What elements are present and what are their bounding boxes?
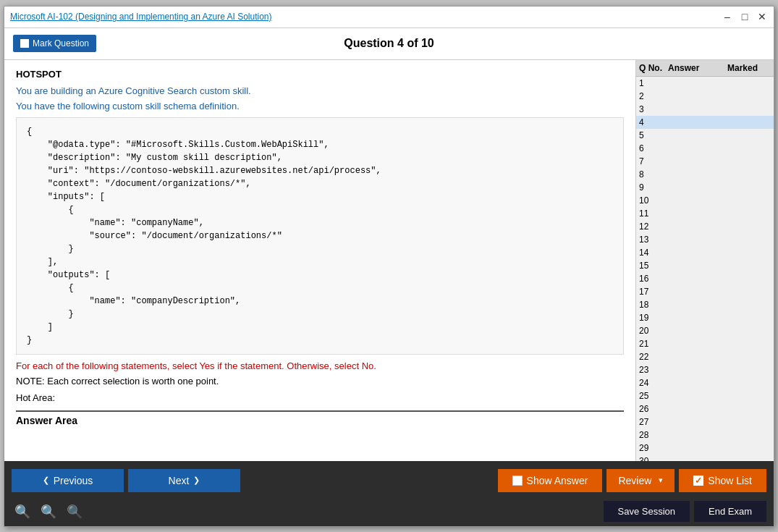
intro-text-1: You are building an Azure Cognitive Sear… <box>16 85 624 96</box>
review-button[interactable]: Review ▾ <box>606 469 675 492</box>
mark-question-button[interactable]: Mark Question <box>13 35 96 52</box>
sidebar-q-num: 21 <box>639 339 668 349</box>
main-area: HOTSPOT You are building an Azure Cognit… <box>4 60 774 461</box>
sidebar-row[interactable]: 18 <box>636 298 774 311</box>
question-title: Question 4 of 10 <box>344 37 434 50</box>
end-exam-button[interactable]: End Exam <box>694 501 766 522</box>
sidebar-row[interactable]: 19 <box>636 311 774 324</box>
sidebar-q-num: 19 <box>639 313 668 323</box>
next-arrow-icon <box>193 476 200 485</box>
save-session-button[interactable]: Save Session <box>604 501 690 522</box>
show-list-label: Show List <box>708 475 752 486</box>
sidebar-row[interactable]: 5 <box>636 129 774 142</box>
sidebar-q-num: 10 <box>639 195 668 206</box>
content-area: HOTSPOT You are building an Azure Cognit… <box>4 60 636 461</box>
sidebar-q-num: 14 <box>639 248 668 258</box>
window-controls: – □ ✕ <box>722 11 768 22</box>
sidebar-row[interactable]: 30 <box>636 455 774 461</box>
sidebar-q-num: 25 <box>639 391 668 401</box>
sidebar-row[interactable]: 8 <box>636 168 774 181</box>
sidebar-q-num: 5 <box>639 130 668 140</box>
sidebar-q-num: 8 <box>639 169 668 180</box>
sidebar-row[interactable]: 14 <box>636 246 774 259</box>
sidebar-row[interactable]: 21 <box>636 337 774 350</box>
show-answer-button[interactable]: Show Answer <box>498 469 603 492</box>
sidebar-row[interactable]: 23 <box>636 363 774 376</box>
sidebar-q-num: 1 <box>639 78 668 88</box>
sidebar-row[interactable]: 16 <box>636 272 774 285</box>
sidebar-row[interactable]: 2 <box>636 90 774 103</box>
review-label: Review <box>618 475 651 486</box>
restore-button[interactable]: □ <box>739 11 750 22</box>
zoom-out-button[interactable]: 🔍 <box>12 502 33 521</box>
sidebar-header: Q No. Answer Marked <box>636 60 774 77</box>
sidebar-row[interactable]: 4 <box>636 116 774 129</box>
sidebar-row[interactable]: 15 <box>636 259 774 272</box>
sidebar-row[interactable]: 11 <box>636 207 774 220</box>
sidebar-q-num: 2 <box>639 91 668 101</box>
previous-arrow-icon <box>43 476 49 485</box>
minimize-button[interactable]: – <box>722 11 733 22</box>
next-button[interactable]: Next <box>128 469 240 492</box>
sidebar-answer-header: Answer <box>668 63 727 73</box>
sidebar-row[interactable]: 7 <box>636 155 774 168</box>
sidebar-row[interactable]: 12 <box>636 220 774 233</box>
sidebar-q-num: 18 <box>639 300 668 310</box>
sidebar-row[interactable]: 29 <box>636 442 774 455</box>
sidebar-row[interactable]: 10 <box>636 194 774 207</box>
zoom-reset-button[interactable]: 🔍 <box>38 502 59 521</box>
sidebar-qno-header: Q No. <box>639 63 668 73</box>
sidebar-list[interactable]: 1 2 3 4 5 6 7 8 <box>636 77 774 461</box>
answer-area-label: Answer Area <box>16 410 624 426</box>
mark-question-label: Mark Question <box>33 38 89 48</box>
sidebar-row[interactable]: 9 <box>636 181 774 194</box>
show-answer-icon <box>512 476 523 486</box>
show-list-icon: ✓ <box>693 476 703 486</box>
instruction-text: For each of the following statements, se… <box>16 360 624 371</box>
mark-checkbox-icon <box>20 39 29 48</box>
sidebar-q-num: 11 <box>639 208 668 219</box>
close-button[interactable]: ✕ <box>756 11 768 22</box>
code-block: { "@odata.type": "#Microsoft.Skills.Cust… <box>16 117 624 355</box>
sidebar-q-num: 24 <box>639 378 668 388</box>
previous-button[interactable]: Previous <box>12 469 124 492</box>
sidebar-row[interactable]: 20 <box>636 324 774 337</box>
bottom-toolbar: Previous Next Show Answer Review ▾ ✓ Sho… <box>4 461 774 500</box>
sidebar-row[interactable]: 22 <box>636 350 774 363</box>
sidebar-q-num: 13 <box>639 235 668 245</box>
previous-label: Previous <box>54 475 93 486</box>
sidebar-row[interactable]: 17 <box>636 285 774 298</box>
sidebar-q-num: 16 <box>639 274 668 284</box>
show-list-button[interactable]: ✓ Show List <box>679 469 766 492</box>
hot-area-label: Hot Area: <box>16 392 624 403</box>
sidebar-q-num: 17 <box>639 287 668 297</box>
sidebar-marked-header: Marked <box>727 63 771 73</box>
sidebar-q-num: 26 <box>639 404 668 414</box>
sidebar-q-num: 22 <box>639 352 668 362</box>
sidebar-row[interactable]: 27 <box>636 415 774 428</box>
sidebar-q-num: 15 <box>639 261 668 271</box>
sidebar-row[interactable]: 28 <box>636 428 774 442</box>
sidebar-q-num: 12 <box>639 221 668 232</box>
sidebar-q-num: 6 <box>639 143 668 153</box>
sidebar-q-num: 7 <box>639 156 668 166</box>
sidebar-q-num: 28 <box>639 430 668 440</box>
review-arrow-icon: ▾ <box>659 476 663 485</box>
header: Mark Question Question 4 of 10 <box>4 28 774 60</box>
sidebar-row[interactable]: 26 <box>636 402 774 415</box>
sidebar-row[interactable]: 1 <box>636 77 774 90</box>
next-label: Next <box>169 475 190 486</box>
sidebar-row[interactable]: 25 <box>636 389 774 402</box>
zoom-in-button[interactable]: 🔍 <box>64 502 85 521</box>
window-title: Microsoft AI-102 (Designing and Implemen… <box>10 12 272 22</box>
sidebar-q-num: 3 <box>639 104 668 114</box>
sidebar: Q No. Answer Marked 1 2 3 4 5 <box>636 60 774 461</box>
sidebar-q-num: 27 <box>639 417 668 427</box>
sidebar-q-num: 23 <box>639 365 668 375</box>
sidebar-row[interactable]: 24 <box>636 376 774 389</box>
sidebar-row[interactable]: 13 <box>636 233 774 246</box>
sidebar-row[interactable]: 3 <box>636 103 774 116</box>
show-answer-label: Show Answer <box>527 475 588 486</box>
question-type-label: HOTSPOT <box>16 69 624 80</box>
sidebar-row[interactable]: 6 <box>636 142 774 155</box>
